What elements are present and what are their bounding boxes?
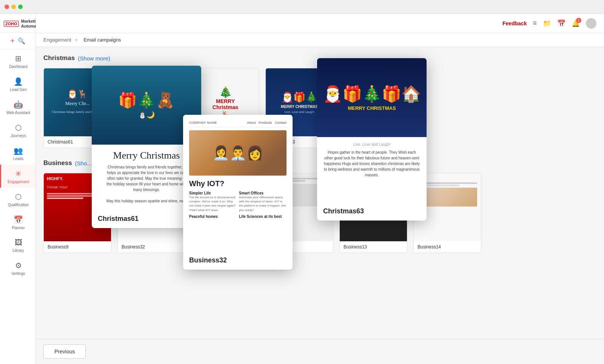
- business9-label: Business9: [44, 241, 111, 253]
- calendar-icon[interactable]: 📅: [557, 19, 565, 28]
- title-bar: [0, 0, 604, 14]
- breadcrumb-current: Email campaigns: [84, 37, 121, 43]
- breadcrumb-separator: >: [75, 37, 78, 43]
- search-icon[interactable]: 🔍: [18, 37, 25, 45]
- planner-icon: 📅: [14, 215, 23, 224]
- sidebar-item-label: Leads: [13, 157, 23, 161]
- content-area: Christmas (Show more) 🎅🦌 Merry Chr... Ch…: [36, 47, 604, 339]
- sidebar-item-leads[interactable]: 👥 Leads: [0, 142, 35, 165]
- notification-icon[interactable]: 🔔 2: [572, 19, 580, 28]
- dashboard-icon: ⊞: [15, 54, 22, 63]
- close-button[interactable]: [5, 5, 9, 9]
- sidebar-actions: + 🔍: [0, 33, 35, 49]
- zoom-business32-inner: COMPANY NAME About Products Contact 👩‍💼👨: [183, 115, 293, 251]
- sidebar-item-lead-gen[interactable]: 👤 Lead Gen: [0, 72, 35, 96]
- sidebar-item-label: Library: [12, 248, 24, 253]
- sidebar-item-library[interactable]: 🖼 Library: [0, 234, 35, 256]
- sidebar-item-label: Journeys: [11, 134, 26, 138]
- sidebar-item-qualification[interactable]: ⬡ Qualification: [0, 188, 35, 211]
- avatar[interactable]: [586, 18, 596, 29]
- minimize-button[interactable]: [11, 5, 16, 9]
- journeys-icon: ⬡: [15, 123, 22, 132]
- business32-label: Business32: [118, 241, 185, 253]
- app-logo: ZOHO Marketing Automation: [0, 14, 35, 33]
- add-button[interactable]: +: [10, 37, 15, 45]
- header-right: Feedback ≡ 📁 📅 🔔 2: [502, 18, 596, 29]
- sidebar-item-label: Qualification: [8, 203, 29, 207]
- leads-icon: 👥: [14, 146, 23, 155]
- xmas63-body: Hopes gather in the heart of people. The…: [323, 150, 421, 178]
- business-show-more[interactable]: (Sho...: [75, 160, 92, 167]
- biz32-feat3: Peaceful homes: [189, 214, 237, 219]
- sidebar-item-label: Dashboard: [9, 65, 28, 69]
- xmas61-title: Merry Christmas: [98, 150, 195, 161]
- sidebar-item-label: Planner: [12, 226, 25, 230]
- business-label: Business: [43, 159, 72, 167]
- sidebar-item-engagement[interactable]: ✳ Engagement: [0, 165, 35, 188]
- xmas61-body: Christmas brings family and friends toge…: [98, 164, 195, 204]
- sidebar-item-settings[interactable]: ⚙ Settings: [0, 256, 35, 279]
- settings-icon: ⚙: [15, 261, 22, 270]
- zoom-business32[interactable]: COMPANY NAME About Products Contact 👩‍💼👨: [183, 115, 293, 270]
- biz32-feat4: Life Sciences at its best: [239, 214, 287, 219]
- sidebar-item-journeys[interactable]: ⬡ Journeys: [0, 119, 35, 142]
- top-header: Feedback ≡ 📁 📅 🔔 2: [36, 14, 604, 33]
- zoho-logo: ZOHO: [4, 21, 19, 27]
- breadcrumb-parent[interactable]: Engagement: [43, 37, 71, 43]
- sidebar: ZOHO Marketing Automation + 🔍 ⊞ Dashboar…: [0, 14, 36, 364]
- folder-icon[interactable]: 📁: [543, 19, 551, 28]
- zoom-christmas63-inner: 🎅🎁🎄🎁🏠 MERRY CHRISTMAS Live, Love and Lau…: [317, 58, 427, 202]
- maximize-button[interactable]: [18, 5, 23, 9]
- main-content: Feedback ≡ 📁 📅 🔔 2 Engagement > Email ca…: [36, 14, 604, 364]
- zoom-christmas63[interactable]: 🎅🎁🎄🎁🏠 MERRY CHRISTMAS Live, Love and Lau…: [317, 58, 427, 221]
- sidebar-item-label: Settings: [11, 271, 25, 276]
- previous-button[interactable]: Previous: [43, 344, 86, 359]
- biz32-feat1: Simpler Life The life around us is struc…: [189, 191, 237, 212]
- zoom-christmas63-label: Christmas63: [317, 202, 427, 221]
- christmas-label: Christmas: [43, 54, 75, 62]
- library-icon: 🖼: [15, 238, 22, 247]
- sidebar-item-label: Engagement: [8, 180, 29, 184]
- feedback-button[interactable]: Feedback: [502, 20, 527, 26]
- sidebar-item-web-assistant[interactable]: 🤖 Web Assistant: [0, 96, 35, 119]
- bottom-bar: Previous: [36, 339, 604, 364]
- xmas63-subtext: Live, Love and Laugh!: [323, 142, 421, 147]
- web-assistant-icon: 🤖: [14, 100, 23, 109]
- biz32-nav: About Products Contact: [247, 121, 287, 125]
- sidebar-item-planner[interactable]: 📅 Planner: [0, 211, 35, 234]
- lead-gen-icon: 👤: [14, 77, 23, 86]
- breadcrumb: Engagement > Email campaigns: [36, 33, 604, 47]
- qualification-icon: ⬡: [15, 192, 22, 201]
- biz32-why-title: Why IOT?: [189, 179, 287, 188]
- business13-label: Business13: [340, 241, 407, 253]
- notification-badge: 2: [576, 18, 581, 23]
- sidebar-item-label: Lead Gen: [10, 88, 27, 92]
- engagement-icon: ✳: [15, 169, 22, 178]
- biz32-features: Simpler Life The life around us is struc…: [189, 191, 287, 219]
- biz32-feat2: Smart Offices Automate your office/work …: [239, 191, 287, 212]
- list-icon[interactable]: ≡: [533, 19, 537, 27]
- biz32-image: 👩‍💼👨‍💼👩: [189, 130, 287, 176]
- sidebar-item-label: Web Assistant: [6, 111, 30, 115]
- business14-label: Business14: [414, 241, 481, 253]
- christmas-show-more[interactable]: (Show more): [78, 55, 110, 62]
- zoom-business32-label: Business32: [183, 251, 293, 270]
- sidebar-item-dashboard[interactable]: ⊞ Dashboard: [0, 49, 35, 72]
- biz32-company-name: COMPANY NAME: [189, 121, 217, 125]
- traffic-lights: [5, 5, 23, 9]
